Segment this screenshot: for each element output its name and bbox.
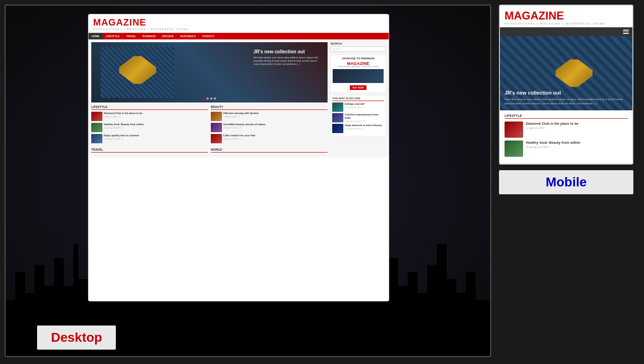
article-image <box>211 112 222 121</box>
mobile-label-text: Mobile <box>546 175 587 189</box>
like-article-image <box>332 124 343 133</box>
article-image <box>91 112 102 121</box>
mobile-hero-body: Nam liber tempor cum soluta nobis eleife… <box>505 97 628 106</box>
mobile-article-info: Healthy food: Beauty from within ⊙ Janua… <box>526 140 581 149</box>
hamburger-line <box>623 33 629 34</box>
like-article-title: Colorful entertainment from India <box>345 113 384 120</box>
mobile-article-image <box>505 121 523 138</box>
you-may-like-widget: YOU MAY ALSO LIKE Indulge yourself ⊙ Jan… <box>330 95 386 136</box>
search-placeholder: SEARCH <box>332 48 342 51</box>
mobile-lifestyle-section: LIFESTYLE Diamond Club is the place to b… <box>500 110 632 164</box>
desktop-label-text: Desktop <box>51 330 102 345</box>
upgrade-mockup-image <box>333 69 384 83</box>
upgrade-widget: UPGRADE TO PREMIUM MAGAZINE PROFESSIONAL… <box>330 55 386 92</box>
mag-logo: MAGAZINE <box>93 17 384 28</box>
article-date: ⊙ April 15, 2015 ○ 1 <box>223 115 259 118</box>
hamburger-menu-icon[interactable] <box>623 30 629 34</box>
mag-header: MAGAZINE PROFESSIONAL | MAGAZINE | WORDP… <box>88 14 389 33</box>
mag-nav[interactable]: HOME LIFESTYLE TRAVEL BUSINESS ARCHIVE F… <box>88 33 389 39</box>
nav-travel[interactable]: TRAVEL <box>123 33 139 39</box>
hero-dots <box>203 97 216 100</box>
world-title: WORLD <box>211 148 328 153</box>
like-article-date: ⊙ January 12, 2015 ○ 3 <box>345 106 364 109</box>
mobile-hero: JR's new collection out Nam liber tempor… <box>500 36 632 110</box>
mobile-nav-bar[interactable] <box>500 27 632 36</box>
article-info: Incredible beauty secrets of nature ⊙ Ma… <box>223 123 265 132</box>
mobile-article-info: Diamond Club is the place to be ⊙ April … <box>526 121 579 130</box>
mobile-panel: MAGAZINE PROFESSIONAL | MAGAZINE | WORDP… <box>497 5 636 357</box>
nav-home[interactable]: HOME <box>88 33 103 39</box>
mag-sections: LIFESTYLE Diamond Club is the place to b… <box>91 105 328 145</box>
table-row: Diamond Club is the place to be ⊙ April … <box>91 112 208 121</box>
article-info: Effective kissing with lipstick ⊙ April … <box>223 112 259 121</box>
article-image <box>211 123 222 132</box>
desktop-browser-mockup: MAGAZINE PROFESSIONAL | MAGAZINE | WORDP… <box>88 14 389 301</box>
nav-business[interactable]: BUSINESS <box>139 33 159 39</box>
travel-title: TRAVEL <box>91 148 208 153</box>
like-article-info: Indulge yourself ⊙ January 12, 2015 ○ 3 <box>345 102 364 112</box>
article-title: Diamond Club is the place to be <box>104 112 142 115</box>
article-title: Enjoy quality time in summer <box>104 134 139 137</box>
article-title: Healthy food: Beauty from within <box>104 123 144 126</box>
beauty-title: BEAUTY <box>211 105 328 110</box>
table-row: Enjoy quality time in summer ⊙ January 1… <box>91 134 208 143</box>
dot-4 <box>214 97 216 100</box>
list-item: Huge takeover in boat industry ⊙ January… <box>332 124 384 133</box>
bottom-sections: TRAVEL WORLD <box>91 148 328 154</box>
mag-hero: JR's new collection out Nam liber tempor… <box>91 42 328 102</box>
mobile-article-image <box>505 140 523 157</box>
buy-now-button[interactable]: BUY NOW <box>350 85 366 90</box>
list-item: Healthy food: Beauty from within ⊙ Janua… <box>505 140 628 157</box>
dot-2 <box>207 97 209 100</box>
dot-3 <box>210 97 213 100</box>
search-title: SEARCH <box>330 42 386 45</box>
lifestyle-section: LIFESTYLE Diamond Club is the place to b… <box>91 105 208 145</box>
hero-text: JR's new collection out Nam liber tempor… <box>253 49 323 66</box>
article-title: Incredible beauty secrets of nature <box>223 123 265 126</box>
like-article-title: Indulge yourself <box>345 102 364 106</box>
nav-lifestyle[interactable]: LIFESTYLE <box>103 33 123 39</box>
table-row: Little comfort for your feet ⊙ March 13,… <box>211 134 328 143</box>
nav-features[interactable]: FEATURES <box>177 33 199 39</box>
list-item: Indulge yourself ⊙ January 12, 2015 ○ 3 <box>332 102 384 112</box>
hamburger-line <box>623 32 629 32</box>
beauty-section: BEAUTY Effective kissing with lipstick ⊙… <box>211 105 328 145</box>
hamburger-line <box>623 30 629 31</box>
like-article-image <box>332 113 343 122</box>
upgrade-sub: PROFESSIONAL | MAGAZINE | WORDPRESS THEM… <box>333 66 384 68</box>
mobile-label: Mobile <box>499 170 633 194</box>
mobile-article-title: Diamond Club is the place to be <box>526 121 579 126</box>
mobile-article-date: ⊙ January 18, 2015 <box>526 146 581 148</box>
mobile-mag-header: MAGAZINE PROFESSIONAL | MAGAZINE | WORDP… <box>500 6 632 27</box>
nav-contact[interactable]: CONTACT <box>199 33 217 39</box>
desktop-panel: MAGAZINE PROFESSIONAL | MAGAZINE | WORDP… <box>5 5 491 357</box>
like-article-image <box>332 102 343 112</box>
article-image <box>91 134 102 143</box>
mobile-mag-sub: PROFESSIONAL | MAGAZINE | WORDPRESS THEM… <box>505 22 628 25</box>
article-info: Enjoy quality time in summer ⊙ January 1… <box>104 134 139 143</box>
article-date: ⊙ March 15, 2015 ○ 8 <box>223 127 265 129</box>
lifestyle-title: LIFESTYLE <box>91 105 208 110</box>
article-date: ⊙ January 13, 2015 ○ 0 <box>104 138 139 140</box>
hero-body: Nam liber tempor cum soluta nobis eleife… <box>253 56 323 66</box>
desktop-label: Desktop <box>37 326 116 350</box>
world-section: WORLD <box>211 148 328 154</box>
nav-archive[interactable]: ARCHIVE <box>159 33 177 39</box>
mobile-article-date: ⊙ April 14, 2015 <box>526 127 579 129</box>
mag-main-content: JR's new collection out Nam liber tempor… <box>88 39 389 157</box>
article-image <box>91 123 102 132</box>
like-article-date: ⊙ January 11, 2015 ○ 0 <box>345 120 384 122</box>
article-title: Effective kissing with lipstick <box>223 112 259 115</box>
table-row: Incredible beauty secrets of nature ⊙ Ma… <box>211 123 328 132</box>
article-date: ⊙ April 14, 2015 ○ 3 <box>104 115 142 118</box>
article-title: Little comfort for your feet <box>223 134 255 137</box>
article-info: Diamond Club is the place to be ⊙ April … <box>104 112 142 121</box>
mobile-hero-text: JR's new collection out Nam liber tempor… <box>505 90 628 106</box>
travel-section: TRAVEL <box>91 148 208 154</box>
list-item: Colorful entertainment from India ⊙ Janu… <box>332 113 384 122</box>
search-box[interactable]: SEARCH <box>330 46 386 52</box>
article-info: Little comfort for your feet ⊙ March 13,… <box>223 134 255 143</box>
mobile-lifestyle-title: LIFESTYLE <box>505 114 628 119</box>
like-article-info: Colorful entertainment from India ⊙ Janu… <box>345 113 384 122</box>
hero-title: JR's new collection out <box>253 49 323 54</box>
